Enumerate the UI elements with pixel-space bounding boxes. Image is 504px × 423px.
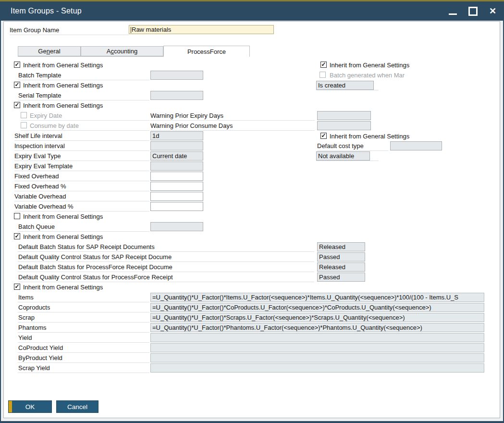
expiry-eval-type-field[interactable]: Current date: [150, 151, 203, 161]
row-divider: [14, 211, 149, 212]
checkbox-inherit-serial-template[interactable]: ✓: [14, 82, 20, 88]
tab-label: A: [107, 48, 111, 55]
row-divider: [14, 191, 149, 191]
checkbox-inherit-batch-queue[interactable]: [14, 213, 20, 219]
coproduct-yield-field[interactable]: [150, 343, 484, 352]
scrap-formula-field[interactable]: =U_Quantity()*U_Factor()*Scraps.U_Factor…: [150, 313, 484, 322]
shelf-life-field[interactable]: 1d: [150, 131, 203, 140]
default-qc-status-sap-field[interactable]: Passed: [317, 252, 365, 261]
close-icon[interactable]: ✕: [489, 7, 496, 15]
items-formula-field[interactable]: =U_Quantity()*U_Factor()*Items.U_Factor(…: [150, 293, 484, 302]
item-group-name-field[interactable]: Raw materials: [129, 25, 274, 34]
fixed-overhead-pct-label: Fixed Overhead %: [14, 182, 66, 191]
cancel-button[interactable]: Cancel: [56, 400, 98, 413]
ok-button[interactable]: OK: [8, 400, 52, 413]
coproducts-formula-label: Coproducts: [18, 303, 50, 312]
checkmark-icon: ✓: [14, 234, 19, 239]
tab-label-mnemonic: n: [47, 48, 50, 55]
default-qc-status-sap-label: Default Quality Control Status for SAP R…: [18, 252, 172, 261]
row-divider: [14, 161, 149, 161]
checkmark-icon: ✓: [14, 284, 19, 289]
item-group-name-label: Item Group Name: [10, 25, 59, 35]
window-title: Item Groups - Setup: [11, 7, 82, 15]
batch-template-field[interactable]: [150, 71, 203, 80]
item-groups-setup-window: Item Groups - Setup ✕ Item Group Name Ra…: [0, 0, 504, 423]
tab-processforce[interactable]: ProcessForce: [163, 46, 250, 57]
byproduct-yield-label: ByProduct Yield: [18, 353, 62, 362]
checkmark-icon: ✓: [14, 102, 19, 108]
default-cost-type-field[interactable]: [390, 141, 442, 150]
not-available-dropdown[interactable]: Not available: [316, 151, 370, 161]
item-group-name-value: Raw materials: [132, 26, 171, 33]
inherit-label: Inherit from General Settings: [23, 81, 103, 90]
checkbox-batch-generated[interactable]: [320, 72, 326, 78]
coproduct-yield-label: CoProduct Yield: [18, 343, 63, 352]
default-cost-type-label: Default cost type: [317, 141, 364, 150]
checkbox-inherit-statuses[interactable]: ✓: [14, 233, 20, 239]
batch-template-label: Batch Template: [18, 71, 61, 80]
warning-prior-consume-field[interactable]: [317, 121, 371, 130]
row-divider: [18, 362, 149, 363]
coproducts-formula-field[interactable]: =U_Quantity()*U_Factor()*CoProducts.U_Fa…: [150, 303, 484, 312]
window-border-bottom: [0, 421, 504, 423]
checkbox-consume-by-date[interactable]: [21, 122, 27, 128]
checkbox-expiry-date[interactable]: [21, 112, 27, 118]
warning-prior-expiry-field[interactable]: [317, 111, 371, 120]
row-divider: [14, 171, 149, 171]
inherit-label: Inherit from General Settings: [23, 283, 103, 292]
row-divider: [14, 201, 149, 201]
variable-overhead-field[interactable]: [150, 192, 203, 201]
consume-by-date-label: Consume by date: [30, 121, 79, 130]
default-batch-status-sap-field[interactable]: Released: [317, 242, 365, 251]
minimize-icon[interactable]: [449, 13, 457, 15]
row-divider: [18, 302, 149, 302]
yield-field[interactable]: [150, 333, 484, 342]
serial-template-field[interactable]: [150, 91, 203, 100]
default-batch-status-sap-label: Default Batch Status for SAP Receipt Doc…: [18, 242, 155, 251]
row-divider: [316, 90, 379, 90]
variable-overhead-pct-field[interactable]: [150, 202, 203, 211]
warning-prior-expiry-label: Warning Prior Expiry Days: [150, 111, 223, 120]
checkbox-inherit-batch-template[interactable]: ✓: [14, 62, 20, 68]
fixed-overhead-pct-field[interactable]: [150, 182, 203, 191]
tab-accounting[interactable]: Accounting: [81, 46, 163, 56]
checkbox-inherit-cost-type[interactable]: ✓: [320, 133, 327, 139]
row-divider: [18, 80, 149, 80]
maximize-icon[interactable]: [468, 7, 478, 16]
default-qc-status-pf-field[interactable]: Passed: [317, 273, 365, 282]
expiry-eval-template-field[interactable]: [150, 162, 203, 171]
scrap-yield-field[interactable]: [150, 363, 484, 373]
checkbox-inherit-expiry[interactable]: ✓: [14, 102, 20, 108]
inherit-label: Inherit from General Settings: [330, 132, 409, 141]
row-divider: [150, 120, 315, 121]
checkbox-inherit-formulas[interactable]: ✓: [14, 284, 20, 290]
is-created-dropdown[interactable]: Is created: [316, 81, 374, 90]
inspection-interval-field[interactable]: [150, 141, 203, 150]
shelf-life-label: Shelf Life interval: [14, 131, 62, 140]
fixed-overhead-label: Fixed Overhead: [14, 172, 59, 181]
byproduct-yield-field[interactable]: [150, 353, 484, 362]
row-divider: [18, 272, 314, 272]
expiry-date-label: Expiry Date: [30, 111, 62, 120]
row-divider: [14, 140, 149, 141]
inherit-label: Inherit from General Settings: [23, 232, 103, 241]
serial-template-label: Serial Template: [18, 91, 61, 100]
fixed-overhead-field[interactable]: [150, 172, 203, 181]
expiry-eval-type-label: Expiry Eval Type: [14, 151, 61, 161]
cancel-button-label: Cancel: [67, 403, 87, 411]
checkbox-inherit-batch-generated[interactable]: ✓: [320, 62, 327, 68]
row-divider: [21, 120, 149, 121]
tab-general[interactable]: General: [18, 46, 81, 56]
default-batch-status-pf-field[interactable]: Released: [317, 262, 365, 272]
items-formula-label: Items: [18, 293, 34, 302]
batch-generated-label: Batch generated when Mar: [330, 71, 405, 80]
row-divider: [14, 150, 149, 151]
scrap-formula-label: Scrap: [18, 313, 35, 322]
batch-queue-field[interactable]: [150, 222, 203, 231]
tab-label: Ge: [38, 48, 46, 55]
inherit-label: Inherit from General Settings: [23, 101, 103, 110]
phantoms-formula-field[interactable]: =U_Quantity()*U_Factor()*Phantoms.U_Fact…: [150, 323, 484, 332]
checkmark-icon: ✓: [14, 62, 19, 67]
row-divider: [18, 282, 314, 282]
row-divider: [18, 231, 149, 232]
